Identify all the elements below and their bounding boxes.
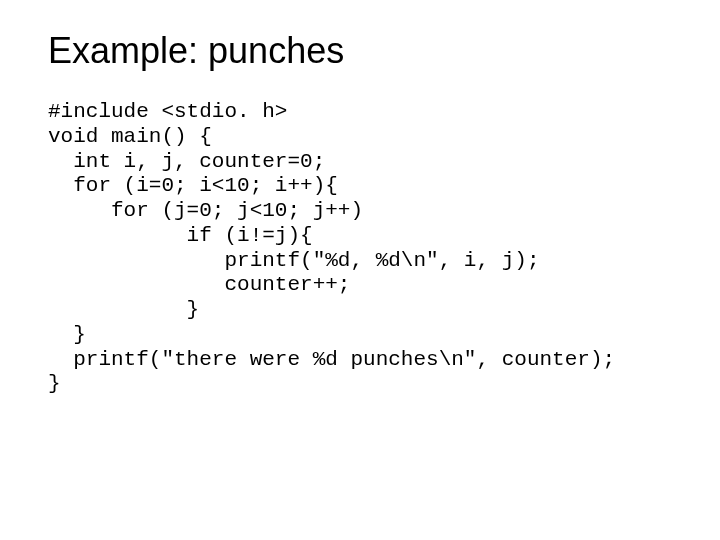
slide-title: Example: punches bbox=[48, 30, 672, 72]
code-block: #include <stdio. h> void main() { int i,… bbox=[48, 100, 672, 397]
slide-container: Example: punches #include <stdio. h> voi… bbox=[0, 0, 720, 427]
